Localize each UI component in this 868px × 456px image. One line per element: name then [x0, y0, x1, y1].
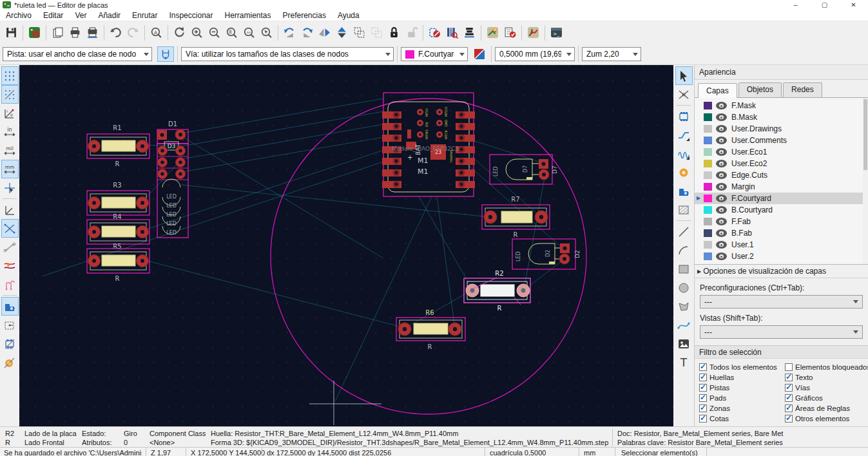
checkbox[interactable] — [699, 415, 707, 423]
filter-pistas[interactable]: Pistas — [699, 383, 785, 392]
draw-line-button[interactable] — [675, 222, 693, 241]
filter-vias[interactable]: Vías — [785, 383, 868, 392]
layer-row-user-drawings[interactable]: User.Drawings — [695, 123, 868, 135]
checkbox[interactable] — [785, 374, 793, 381]
filter-graficos[interactable]: Gráficos — [785, 394, 868, 403]
menu-preferencias[interactable]: Preferencias — [277, 10, 332, 21]
layer-row-user-comments[interactable]: User.Comments — [695, 135, 868, 146]
zone-fill-display-button[interactable] — [1, 297, 19, 316]
layer-color-swatch[interactable] — [704, 160, 712, 167]
checkbox[interactable] — [785, 363, 793, 371]
add-via-button[interactable] — [675, 163, 693, 182]
zoom-fit-button[interactable] — [223, 23, 240, 42]
place-footprint-button[interactable] — [675, 107, 693, 126]
layer-row-f-courtyard[interactable]: ▶F.Courtyard — [695, 193, 868, 204]
lock-button[interactable] — [385, 23, 403, 42]
layer-color-swatch[interactable] — [704, 148, 712, 156]
checkbox[interactable] — [785, 404, 793, 412]
layer-color-swatch[interactable] — [704, 241, 712, 249]
checkbox[interactable] — [785, 394, 793, 402]
add-rule-area-button[interactable] — [675, 200, 693, 219]
menu-editar[interactable]: Editar — [37, 10, 69, 21]
menu-herramientas[interactable]: Herramientas — [218, 10, 276, 21]
layer-list-scrollbar[interactable] — [863, 98, 868, 264]
router-settings-button[interactable] — [525, 23, 542, 42]
visibility-eye-icon[interactable] — [716, 195, 727, 202]
page-settings-button[interactable] — [49, 23, 66, 42]
filter-cotas[interactable]: Cotas — [699, 414, 785, 423]
menu-anadir[interactable]: Añadir — [92, 10, 126, 21]
ungroup-button[interactable] — [368, 23, 385, 42]
menu-enrutar[interactable]: Enrutar — [126, 10, 163, 21]
checkbox[interactable] — [785, 384, 793, 392]
zoom-auto-button[interactable]: A — [148, 23, 165, 42]
zoom-in-button[interactable] — [188, 23, 206, 42]
print-button[interactable] — [66, 23, 84, 42]
add-text-button[interactable]: T — [675, 353, 693, 372]
layer-color-swatch[interactable] — [704, 195, 712, 202]
visibility-eye-icon[interactable] — [716, 183, 727, 191]
tune-length-button[interactable] — [675, 144, 693, 163]
via-size-select[interactable]: Vía: utilizar los tamaños de las clases … — [181, 47, 394, 61]
tab-objetos[interactable]: Objetos — [738, 82, 782, 97]
draw-rectangle-button[interactable] — [675, 260, 693, 278]
net-colors-button[interactable] — [1, 275, 19, 294]
scripting-console-button[interactable]: >_ — [548, 23, 565, 42]
select-tool-button[interactable] — [675, 66, 693, 85]
layer-color-swatch[interactable] — [704, 229, 712, 237]
layer-row-f-mask[interactable]: F.Mask — [695, 100, 868, 111]
rotate-ccw-button[interactable] — [281, 23, 298, 42]
layer-row-user-eco1[interactable]: User.Eco1 — [695, 146, 868, 158]
visibility-eye-icon[interactable] — [716, 125, 727, 133]
layer-color-swatch[interactable] — [704, 183, 712, 191]
flip-vertical-button[interactable] — [333, 23, 351, 42]
checkbox[interactable] — [699, 374, 707, 381]
polar-coords-button[interactable]: rθ — [1, 104, 19, 122]
menu-ayuda[interactable]: Ayuda — [332, 10, 365, 21]
zoom-redraw-button[interactable] — [171, 23, 188, 42]
visibility-eye-icon[interactable] — [716, 218, 727, 225]
layer-row-b-fab[interactable]: B.Fab — [695, 227, 868, 239]
views-select[interactable]: --- — [700, 325, 863, 339]
close-button[interactable]: ✕ — [839, 0, 868, 10]
layer-row-b-mask[interactable]: B.Mask — [695, 111, 868, 123]
zoom-selection-button[interactable] — [258, 23, 275, 42]
draw-arc-button[interactable] — [675, 241, 693, 260]
local-ratsnest-button[interactable] — [675, 85, 693, 104]
pcb-canvas[interactable]: MTDI EN MTMS MTDO GND MTCK BAT 23 THERMA… — [19, 65, 673, 426]
visibility-eye-icon[interactable] — [716, 171, 727, 179]
menu-ver[interactable]: Ver — [69, 10, 92, 21]
layer-color-swatch[interactable] — [704, 137, 712, 144]
layer-color-swatch[interactable] — [704, 218, 712, 225]
add-image-button[interactable] — [675, 334, 693, 353]
tab-redes[interactable]: Redes — [783, 82, 822, 97]
plot-button[interactable] — [84, 23, 101, 42]
track-width-select[interactable]: Pista: usar el ancho de clase de nodo — [3, 47, 152, 61]
draw-polygon-button[interactable] — [675, 297, 693, 316]
layer-color-swatch[interactable] — [704, 171, 712, 179]
filter-todos[interactable]: Todos los elementos — [699, 363, 785, 372]
filter-pads[interactable]: Pads — [699, 394, 785, 403]
layer-row-user-1[interactable]: User.1 — [695, 239, 868, 251]
ratsnest-curved-button[interactable] — [1, 219, 19, 238]
route-tracks-button[interactable] — [675, 126, 693, 144]
full-cursor-button[interactable] — [1, 178, 19, 197]
layer-color-swatch[interactable] — [704, 252, 712, 260]
add-zone-button[interactable] — [675, 182, 693, 200]
minimize-button[interactable]: – — [781, 0, 810, 10]
visibility-eye-icon[interactable] — [716, 241, 727, 249]
layer-row-margin[interactable]: Margin — [695, 181, 868, 193]
filter-areas-reglas[interactable]: Áreas de Reglas — [785, 404, 868, 413]
auto-track-width-button[interactable] — [157, 46, 174, 62]
footprint-outline-display-button[interactable] — [1, 334, 19, 353]
layer-color-swatch[interactable] — [704, 113, 712, 121]
units-mm-button[interactable]: mm — [1, 160, 19, 178]
rotate-cw-button[interactable] — [298, 23, 316, 42]
checkbox[interactable] — [699, 394, 707, 402]
redo-button[interactable] — [124, 23, 142, 42]
layer-display-options[interactable]: ▶ Opciones de visualización de capas — [695, 264, 868, 278]
filter-zonas[interactable]: Zonas — [699, 404, 785, 413]
undo-button[interactable] — [107, 23, 124, 42]
zoom-out-button[interactable] — [206, 23, 223, 42]
footprint-stack-button[interactable] — [461, 23, 478, 42]
